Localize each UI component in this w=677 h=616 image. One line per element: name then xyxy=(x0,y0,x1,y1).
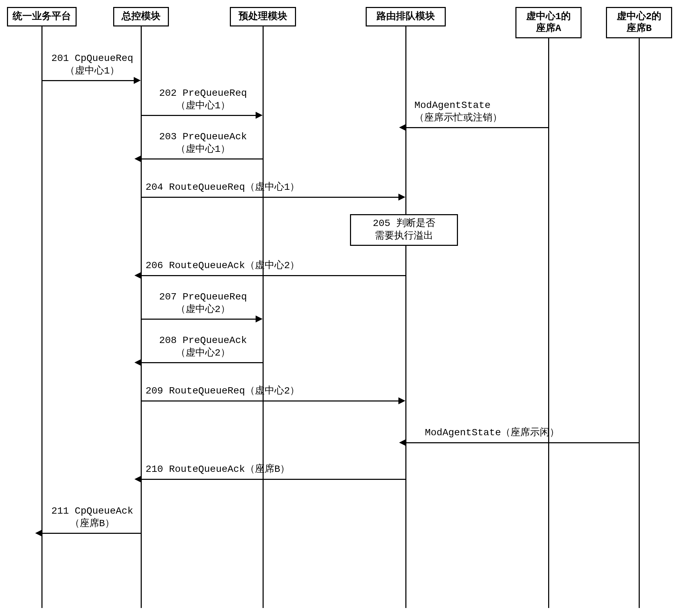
msg-mod-b-label: ModAgentState（座席示闲） xyxy=(425,427,634,439)
lifeline-p3 xyxy=(263,26,264,608)
msg-210-label: 210 RouteQueueAck（座席B） xyxy=(146,463,403,476)
msg-210-arrowhead xyxy=(134,476,141,483)
msg-201-label: 201 CpQueueReq （虚中心1） xyxy=(45,52,139,78)
msg-202-label: 202 PreQueueReq （虚中心1） xyxy=(146,87,260,112)
msg-211-label: 211 CpQueueAck （座席B） xyxy=(45,505,139,530)
msg-209-label: 209 RouteQueueReq（虚中心2） xyxy=(146,385,403,397)
msg-204-label: 204 RouteQueueReq（虚中心1） xyxy=(146,181,403,194)
msg-211-arrow xyxy=(42,533,141,534)
msg-206-label: 206 RouteQueueAck（虚中心2） xyxy=(146,259,403,272)
msg-206-arrowhead xyxy=(134,272,141,279)
msg-201-arrowhead xyxy=(134,77,141,84)
note-205: 205 判断是否 需要执行溢出 xyxy=(350,214,458,246)
lifeline-p4 xyxy=(405,26,406,608)
msg-211-arrowhead xyxy=(35,530,42,537)
msg-209-arrowhead xyxy=(398,397,405,404)
msg-mod-b-arrow xyxy=(406,442,639,443)
msg-201-arrow xyxy=(42,80,134,81)
msg-208-label: 208 PreQueueAck （虚中心2） xyxy=(146,334,260,360)
lifeline-p5 xyxy=(548,38,549,608)
msg-202-arrowhead xyxy=(256,112,263,119)
msg-208-arrow xyxy=(141,362,263,363)
msg-202-arrow xyxy=(141,115,256,116)
participant-agent-b: 虚中心2的 座席B xyxy=(606,7,672,38)
msg-mod-a-label: ModAgentState （座席示忙或注销） xyxy=(414,99,543,125)
msg-207-arrow xyxy=(141,319,256,320)
msg-203-arrow xyxy=(141,158,263,159)
msg-mod-a-arrow xyxy=(406,127,548,128)
msg-206-arrow xyxy=(141,275,405,276)
sequence-diagram: 统一业务平台 总控模块 预处理模块 路由排队模块 虚中心1的 座席A 虚中心2的… xyxy=(7,7,670,609)
msg-208-arrowhead xyxy=(134,359,141,366)
lifeline-p6 xyxy=(639,38,640,608)
msg-203-arrowhead xyxy=(134,155,141,162)
lifeline-p1 xyxy=(41,26,42,608)
participant-preprocess: 预处理模块 xyxy=(230,7,296,26)
msg-mod-a-arrowhead xyxy=(399,124,406,131)
msg-204-arrowhead xyxy=(398,194,405,201)
lifeline-p2 xyxy=(141,26,142,608)
msg-207-arrowhead xyxy=(256,315,263,322)
participant-route-queue: 路由排队模块 xyxy=(366,7,446,26)
participant-agent-a: 虚中心1的 座席A xyxy=(515,7,582,38)
msg-mod-b-arrowhead xyxy=(399,439,406,446)
participant-platform: 统一业务平台 xyxy=(7,7,77,26)
participant-main-control: 总控模块 xyxy=(113,7,169,26)
msg-207-label: 207 PreQueueReq （虚中心2） xyxy=(146,291,260,316)
msg-210-arrow xyxy=(141,479,405,480)
msg-203-label: 203 PreQueueAck （虚中心1） xyxy=(146,131,260,156)
msg-204-arrow xyxy=(141,197,398,198)
msg-209-arrow xyxy=(141,400,398,401)
